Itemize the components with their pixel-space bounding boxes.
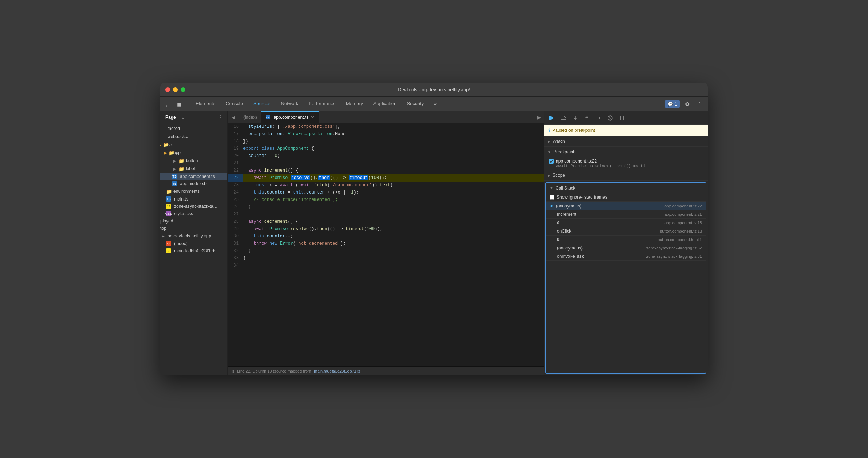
messages-badge[interactable]: 💬 1 [665, 100, 680, 108]
tab-sources[interactable]: Sources [248, 97, 276, 111]
svg-rect-1 [549, 116, 550, 120]
file-label: ployed [160, 218, 173, 224]
list-item[interactable]: webpack:// [160, 133, 227, 141]
titlebar: DevTools - ng-devtools.netlify.app/ [160, 83, 708, 97]
list-item[interactable]: ▶ 📁 button [160, 157, 227, 165]
code-line-20: 20 counter = 0; [228, 152, 544, 160]
chat-icon: 💬 [668, 102, 673, 107]
list-item[interactable]: TS app.module.ts [160, 180, 227, 187]
status-braces: {} [231, 369, 234, 373]
settings-button[interactable]: ⚙ [682, 99, 692, 109]
step-over-button[interactable] [558, 113, 569, 123]
tab-security[interactable]: Security [402, 97, 429, 111]
file-label: webpack:// [168, 134, 188, 139]
svg-marker-0 [550, 116, 554, 120]
editor-tab-app-component[interactable]: TS app.component.ts ✕ [261, 111, 319, 123]
sidebar-tab-page[interactable]: Page [163, 113, 178, 121]
resume-button[interactable] [547, 113, 557, 123]
editor-tab-end-btn[interactable]: ▶ [537, 114, 541, 120]
call-stack-header[interactable]: ▼ Call Stack [546, 183, 706, 193]
tab-performance[interactable]: Performance [303, 97, 341, 111]
nav-back-button[interactable]: ◀ [230, 114, 237, 121]
sidebar-menu-btn[interactable]: ⋮ [216, 114, 224, 121]
tab-console[interactable]: Console [220, 97, 248, 111]
maximize-button[interactable] [181, 87, 185, 92]
scope-header[interactable]: ▶ Scope [544, 170, 708, 180]
stack-frame-2[interactable]: i0 app.component.ts:13 [546, 219, 706, 227]
stack-file-2: app.component.ts:13 [664, 221, 702, 225]
chevron-right-icon: ▶ [172, 166, 178, 172]
list-item[interactable]: CSS styles.css [160, 210, 227, 217]
step-into-button[interactable] [570, 113, 580, 123]
list-item[interactable]: JS main.fa8bfa0e23f1eb… [160, 247, 227, 255]
list-item[interactable]: thored [160, 125, 227, 133]
close-button[interactable] [165, 87, 170, 92]
deactivate-icon [607, 115, 613, 121]
stack-fn-1: increment [557, 212, 664, 217]
stack-fn-6: onInvokeTask [557, 254, 646, 259]
list-item-app-component[interactable]: TS app.component.ts [160, 173, 227, 180]
list-item[interactable]: ▶ 📁 label [160, 165, 227, 173]
list-item[interactable]: ▶ ng-devtools.netlify.app [160, 232, 227, 240]
list-item[interactable]: ployed [160, 217, 227, 225]
editor-tab-index[interactable]: (index) [239, 111, 261, 123]
sidebar-more-btn[interactable]: » [180, 114, 186, 121]
code-line-27: 26 } [228, 203, 544, 211]
ignore-frames-checkbox[interactable] [550, 195, 554, 200]
tab-application[interactable]: Application [368, 97, 402, 111]
code-editor[interactable]: 16 styleUrls: ['./app.component.css'], 1… [228, 123, 544, 366]
cursor-icon-btn[interactable]: ⬚ [163, 99, 173, 109]
code-line-34: 33 } [228, 255, 544, 262]
breakpoint-checkbox[interactable] [549, 159, 554, 164]
file-label: top [160, 226, 166, 231]
breakpoint-item: app.component.ts:22 await Promise.resolv… [544, 157, 708, 170]
tab-more[interactable]: » [429, 97, 442, 111]
stack-frame-0[interactable]: ➤ (anonymous) app.component.ts:22 [546, 202, 706, 210]
pause-on-exceptions-button[interactable] [617, 113, 627, 123]
list-item[interactable]: TS main.ts [160, 195, 227, 203]
stack-frame-6[interactable]: onInvokeTask zone-async-stack-tagging.ts… [546, 252, 706, 261]
stack-file-3: button.component.ts:18 [660, 229, 702, 233]
code-line-16: 16 styleUrls: ['./app.component.css'], [228, 123, 544, 130]
step-button[interactable] [594, 113, 604, 123]
breakpoints-label: Breakpoints [553, 149, 576, 154]
stack-frame-1[interactable]: increment app.component.ts:21 [546, 210, 706, 219]
stack-fn-3: onClick [557, 229, 660, 234]
stack-fn-4: i0 [557, 237, 658, 242]
file-label: button [186, 158, 198, 163]
watch-chevron: ▶ [548, 140, 550, 144]
minimize-button[interactable] [173, 87, 178, 92]
sidebar-header: Page » ⋮ [160, 111, 227, 123]
stack-frame-5[interactable]: (anonymous) zone-async-stack-tagging.ts:… [546, 244, 706, 252]
file-label: label [186, 166, 195, 171]
ts-icon: TS [172, 174, 177, 179]
scope-label: Scope [553, 173, 565, 178]
tab-memory[interactable]: Memory [341, 97, 368, 111]
list-item[interactable]: JS zone-async-stack-ta… [160, 203, 227, 210]
chevron-right-icon: ▶ [172, 158, 178, 164]
list-item[interactable]: <> (index) [160, 240, 227, 247]
call-stack-chevron: ▼ [550, 186, 553, 190]
svg-marker-7 [585, 116, 588, 118]
badge-count: 1 [675, 102, 677, 107]
deactivate-breakpoints-button[interactable] [605, 113, 615, 123]
watch-header[interactable]: ▶ Watch [544, 136, 708, 146]
tab-elements[interactable]: Elements [191, 97, 220, 111]
list-item[interactable]: ▶ 📁 src [160, 141, 227, 149]
list-item[interactable]: ▶ 📁 app [160, 149, 227, 157]
step-out-button[interactable] [582, 113, 592, 123]
status-link[interactable]: main.fa8bfa0e23f1eb71.js [314, 369, 360, 373]
stack-frame-4[interactable]: i0 button.component.html:1 [546, 236, 706, 244]
breakpoints-header[interactable]: ▼ Breakpoints [544, 147, 708, 157]
list-item[interactable]: top [160, 225, 227, 232]
current-frame-arrow: ➤ [550, 203, 554, 209]
device-icon-btn[interactable]: ▣ [174, 99, 184, 109]
editor-tab-label: app.component.ts [274, 115, 308, 120]
list-item[interactable]: 📁 environments [160, 187, 227, 195]
editor-nav-buttons: ◀ [228, 114, 239, 121]
editor-tab-close[interactable]: ✕ [311, 115, 314, 120]
tab-network[interactable]: Network [276, 97, 304, 111]
step-into-icon [572, 115, 578, 121]
stack-frame-3[interactable]: onClick button.component.ts:18 [546, 227, 706, 236]
more-menu-button[interactable]: ⋮ [695, 99, 705, 109]
